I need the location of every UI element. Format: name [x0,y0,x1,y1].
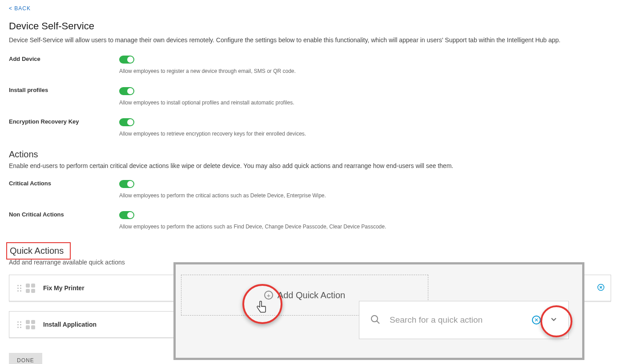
setting-row-non-critical-actions: Non Critical Actions Allow employees to … [9,211,611,230]
drag-handle-icon[interactable] [17,285,21,292]
plus-icon: + [264,291,273,300]
toggle-critical-actions[interactable] [119,180,134,188]
setting-label: Critical Actions [9,180,119,187]
setting-help: Allow employees to register a new device… [119,68,611,74]
setting-label: Install profiles [9,87,119,93]
svg-line-2 [377,321,379,324]
setting-help: Allow employees to install optional prof… [119,100,611,106]
back-link[interactable]: < BACK [9,5,31,12]
setting-row-install-profiles: Install profiles Allow employees to inst… [9,87,611,105]
card-title: Fix My Printer [43,284,85,292]
section-title-quick-actions: Quick Actions [10,246,64,256]
section-title-actions: Actions [9,149,611,160]
drag-handle-icon[interactable] [17,321,21,328]
setting-row-add-device: Add Device Allow employees to register a… [9,56,611,74]
close-icon[interactable] [597,284,604,292]
setting-label: Non Critical Actions [9,211,119,218]
setting-help: Allow employees to perform the critical … [119,192,611,199]
svg-point-1 [371,316,378,322]
setting-help: Allow employees to perform the actions s… [119,224,611,230]
grid-icon [26,320,35,329]
highlight-quick-actions: Quick Actions [6,242,71,260]
grid-icon [26,284,35,293]
setting-label: Add Device [9,56,119,62]
section-title-device-self-service: Device Self-Service [9,20,611,32]
add-quick-action-label: Add Quick Action [278,290,345,300]
setting-row-critical-actions: Critical Actions Allow employees to perf… [9,180,611,199]
setting-help: Allow employees to retrieve encryption r… [119,131,611,137]
instruction-overlay: + Add Quick Action ✕ [173,262,584,360]
actions-desc: Enable end-users to perform certain crit… [9,162,611,169]
quick-action-search[interactable]: ✕ [359,301,569,339]
setting-label: Encryption Recovery Key [9,118,119,125]
search-icon [370,314,381,326]
toggle-encryption-key[interactable] [119,118,134,126]
toggle-add-device[interactable] [119,56,134,64]
setting-row-encryption-key: Encryption Recovery Key Allow employees … [9,118,611,137]
card-title: Install Application [43,321,97,328]
section-desc: Device Self-Service will allow users to … [9,36,611,45]
chevron-down-icon[interactable] [550,315,558,325]
search-input[interactable] [390,315,523,325]
done-button[interactable]: DONE [9,353,42,364]
clear-icon[interactable]: ✕ [532,316,541,324]
toggle-non-critical-actions[interactable] [119,211,134,219]
toggle-install-profiles[interactable] [119,87,134,95]
